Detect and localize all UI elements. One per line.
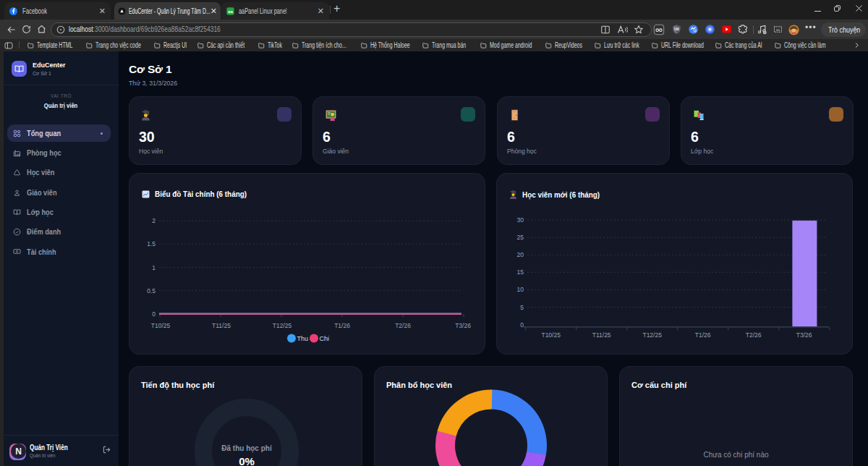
svg-text:T12/25: T12/25 — [642, 331, 662, 339]
svg-text:T10/25: T10/25 — [151, 322, 171, 329]
svg-text:30: 30 — [517, 216, 524, 224]
svg-text:2: 2 — [152, 217, 156, 224]
svg-text:T1/26: T1/26 — [695, 331, 711, 339]
svg-text:10: 10 — [517, 286, 524, 293]
svg-text:0%: 0% — [239, 455, 255, 466]
svg-text:1: 1 — [152, 264, 156, 271]
svg-text:U0: U0 — [674, 27, 679, 31]
svg-text:aa: aa — [228, 8, 233, 13]
svg-text:T11/25: T11/25 — [592, 331, 611, 339]
svg-text:T10/25: T10/25 — [541, 331, 561, 339]
svg-text:0: 0 — [152, 310, 156, 318]
svg-text:0.5: 0.5 — [147, 287, 156, 295]
svg-text:T11/25: T11/25 — [212, 322, 231, 329]
svg-text:Chi: Chi — [320, 335, 330, 342]
svg-text:T2/26: T2/26 — [746, 331, 762, 339]
svg-text:T3/26: T3/26 — [455, 322, 471, 329]
svg-text:T12/25: T12/25 — [273, 322, 292, 329]
svg-text:20: 20 — [517, 251, 524, 258]
svg-text:5: 5 — [520, 304, 524, 311]
svg-text:25: 25 — [517, 234, 524, 241]
svg-text:Đã thu học phí: Đã thu học phí — [221, 444, 273, 453]
svg-text:T3/26: T3/26 — [796, 331, 812, 339]
svg-text:T1/26: T1/26 — [334, 322, 350, 329]
svg-text:Thu: Thu — [297, 335, 309, 342]
svg-text:15: 15 — [517, 268, 524, 276]
svg-text:T2/26: T2/26 — [395, 322, 411, 329]
svg-text:1.5: 1.5 — [147, 240, 156, 247]
